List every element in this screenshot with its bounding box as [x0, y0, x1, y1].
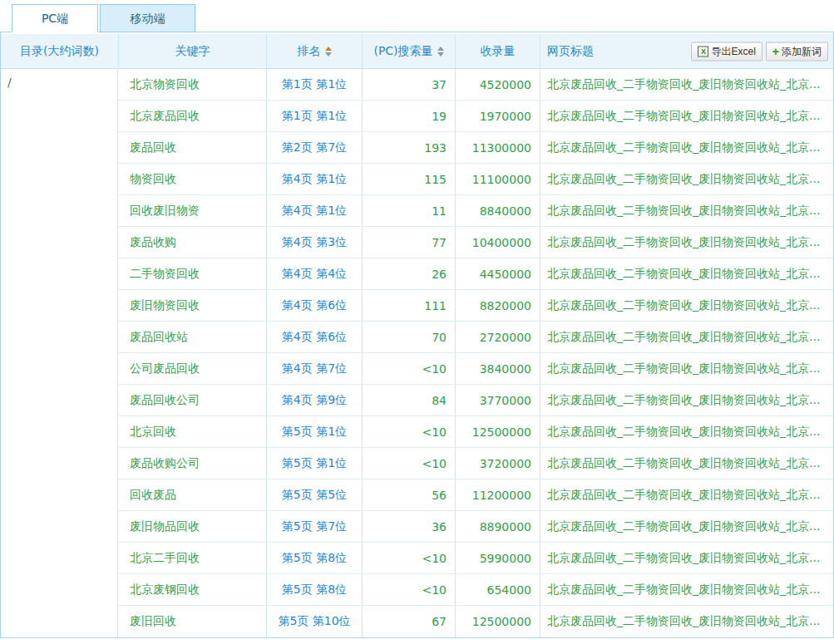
table-row: 废品收购公司 第5页 第1位 <10 3720000 北京废品回收_二手物资回收… [118, 448, 833, 479]
sort-up-icon [325, 47, 332, 51]
search-volume-cell: <10 [362, 574, 455, 605]
rank-link[interactable]: 第5页 第8位 [282, 583, 347, 597]
index-volume-cell: 5990000 [455, 543, 540, 573]
tab-pc[interactable]: PC端 [12, 4, 98, 32]
column-header-keyword: 关键字 [118, 34, 266, 68]
table-row: 废品回收 第2页 第7位 193 11300000 北京废品回收_二手物资回收_… [118, 132, 833, 164]
page-title-cell: 北京废品回收_二手物资回收_废旧物资回收站_北京... [540, 69, 833, 100]
header-buttons: X 导出Excel + 添加新词 [691, 42, 828, 61]
search-volume-cell: 11 [362, 195, 455, 226]
rank-link[interactable]: 第4页 第6位 [282, 298, 347, 313]
table-row: 北京废品回收 第1页 第1位 19 1970000 北京废品回收_二手物资回收_… [118, 101, 833, 132]
search-volume-cell: 37 [362, 69, 455, 100]
search-volume-cell: 19 [362, 101, 455, 131]
table-row: 废旧物资回收 第4页 第6位 111 8820000 北京废品回收_二手物资回收… [118, 290, 833, 322]
sort-arrows-icon[interactable] [325, 47, 332, 57]
index-volume-cell: 12500000 [455, 606, 540, 637]
directory-cell: / [1, 69, 118, 637]
rank-cell: 第5页 第8位 [266, 574, 362, 605]
keyword-cell: 废品回收站 [118, 322, 266, 352]
rank-link[interactable]: 第4页 第1位 [282, 204, 347, 219]
keyword-cell: 北京废品回收 [118, 101, 266, 131]
rank-cell: 第1页 第1位 [266, 101, 362, 131]
rank-link[interactable]: 第5页 第1位 [282, 456, 347, 471]
index-volume-cell: 2720000 [455, 322, 540, 352]
rank-link[interactable]: 第4页 第4位 [282, 267, 347, 282]
export-excel-button[interactable]: X 导出Excel [691, 42, 762, 61]
page-title-cell: 北京废品回收_二手物资回收_废旧物资回收站_北京... [540, 290, 833, 321]
rank-cell: 第4页 第3位 [266, 227, 362, 258]
table-row: 废旧回收 第5页 第10位 67 12500000 北京废品回收_二手物资回收_… [118, 606, 833, 637]
rank-cell: 第5页 第5位 [266, 479, 362, 510]
add-keyword-button[interactable]: + 添加新词 [766, 42, 828, 61]
column-header-search-volume-sort[interactable]: (PC)搜索量 [362, 34, 455, 68]
index-volume-cell: 12500000 [455, 416, 540, 447]
search-volume-cell: 56 [362, 479, 455, 510]
sort-arrows-icon[interactable] [437, 47, 444, 57]
page-title-cell: 北京废品回收_二手物资回收_废旧物资回收站_北京... [540, 164, 833, 194]
tab-pc-label: PC端 [42, 12, 68, 25]
rank-link[interactable]: 第5页 第10位 [278, 614, 350, 629]
keyword-cell: 回收废旧物资 [118, 195, 266, 226]
rank-cell: 第5页 第8位 [266, 543, 362, 573]
keyword-cell: 物资回收 [118, 164, 266, 194]
search-volume-cell: <10 [362, 416, 455, 447]
search-volume-cell: 111 [362, 290, 455, 321]
rank-link[interactable]: 第4页 第9位 [282, 393, 347, 408]
page-title-cell: 北京废品回收_二手物资回收_废旧物资回收站_北京... [540, 511, 833, 542]
rank-cell: 第4页 第6位 [266, 290, 362, 321]
column-header-page-title: 网页标题 X 导出Excel + 添加新词 [540, 34, 833, 68]
index-volume-cell: 8840000 [455, 195, 540, 226]
search-volume-cell: 67 [362, 606, 455, 637]
table-row: 废品回收站 第4页 第6位 70 2720000 北京废品回收_二手物资回收_废… [118, 322, 833, 353]
column-header-index-volume: 收录量 [455, 34, 540, 68]
page-title-cell: 北京废品回收_二手物资回收_废旧物资回收站_北京... [540, 479, 833, 510]
table-row: 北京二手回收 第5页 第8位 <10 5990000 北京废品回收_二手物资回收… [118, 543, 833, 574]
index-volume-cell: 8890000 [455, 511, 540, 542]
rank-cell: 第5页 第7位 [266, 511, 362, 542]
sort-down-icon [437, 52, 444, 57]
search-volume-cell: 70 [362, 322, 455, 352]
table-row: 废品收购 第4页 第3位 77 10400000 北京废品回收_二手物资回收_废… [118, 227, 833, 258]
index-volume-cell: 4450000 [455, 258, 540, 289]
index-volume-cell: 654000 [455, 574, 540, 605]
keyword-cell: 北京废钢回收 [118, 574, 266, 605]
page-title-cell: 北京废品回收_二手物资回收_废旧物资回收站_北京... [540, 353, 833, 384]
table-row: 废品回收公司 第4页 第9位 84 3770000 北京废品回收_二手物资回收_… [118, 385, 833, 416]
index-volume-cell: 11300000 [455, 132, 540, 163]
search-volume-cell: <10 [362, 353, 455, 384]
excel-icon: X [698, 46, 708, 57]
device-tabbar: PC端 移动端 [0, 0, 834, 32]
keyword-cell: 北京二手回收 [118, 543, 266, 573]
rank-link[interactable]: 第2页 第7位 [282, 140, 347, 155]
page-title-cell: 北京废品回收_二手物资回收_废旧物资回收站_北京... [540, 322, 833, 352]
index-volume-cell: 3720000 [455, 448, 540, 479]
rank-cell: 第5页 第1位 [266, 416, 362, 447]
search-volume-cell: 84 [362, 385, 455, 415]
rank-link[interactable]: 第1页 第1位 [282, 109, 347, 124]
rank-link[interactable]: 第1页 第1位 [282, 77, 347, 92]
index-volume-cell: 4520000 [455, 69, 540, 100]
index-volume-cell: 11100000 [455, 164, 540, 194]
index-volume-cell: 11200000 [455, 479, 540, 510]
keyword-cell: 废品回收公司 [118, 385, 266, 415]
plus-icon: + [772, 46, 779, 57]
page-title-cell: 北京废品回收_二手物资回收_废旧物资回收站_北京... [540, 606, 833, 637]
keyword-cell: 废旧物品回收 [118, 511, 266, 542]
column-header-rank-sort[interactable]: 排名 [266, 34, 362, 68]
rank-link[interactable]: 第5页 第8位 [282, 551, 347, 566]
rank-link[interactable]: 第4页 第7位 [282, 361, 347, 376]
rank-cell: 第4页 第7位 [266, 353, 362, 384]
rank-link[interactable]: 第5页 第5位 [282, 488, 347, 503]
rank-cell: 第5页 第1位 [266, 448, 362, 479]
search-volume-cell: <10 [362, 448, 455, 479]
tab-mobile[interactable]: 移动端 [100, 4, 195, 32]
page-title-cell: 北京废品回收_二手物资回收_废旧物资回收站_北京... [540, 448, 833, 479]
rank-link[interactable]: 第5页 第1位 [282, 425, 347, 440]
rank-link[interactable]: 第4页 第1位 [282, 172, 347, 187]
search-volume-cell: 26 [362, 258, 455, 289]
rank-link[interactable]: 第4页 第6位 [282, 330, 347, 345]
rank-cell: 第4页 第1位 [266, 164, 362, 194]
rank-link[interactable]: 第4页 第3位 [282, 235, 347, 250]
rank-link[interactable]: 第5页 第7位 [282, 519, 347, 534]
